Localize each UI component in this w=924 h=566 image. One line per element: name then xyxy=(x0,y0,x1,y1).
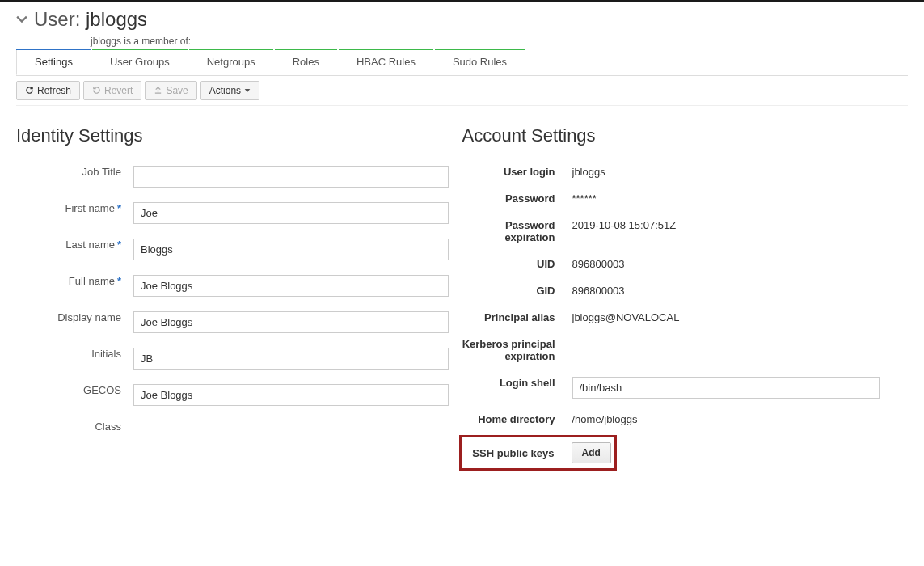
undo-icon xyxy=(92,86,101,96)
title-prefix: User: xyxy=(34,8,86,30)
refresh-button[interactable]: Refresh xyxy=(16,81,80,100)
input-last-name[interactable] xyxy=(133,239,449,260)
label-ssh-public-keys: SSH public keys xyxy=(462,447,567,459)
label-password-expiration: Password expiration xyxy=(462,214,567,243)
label-class: Class xyxy=(16,416,133,433)
upload-icon xyxy=(154,86,162,96)
value-password-expiration: 2019-10-08 15:07:51Z xyxy=(567,214,909,231)
save-button[interactable]: Save xyxy=(145,81,196,100)
tab-sudo-rules[interactable]: Sudo Rules xyxy=(434,49,525,75)
label-initials: Initials xyxy=(16,343,133,360)
value-gid: 896800003 xyxy=(567,280,909,297)
tab-netgroups[interactable]: Netgroups xyxy=(188,49,274,75)
revert-button[interactable]: Revert xyxy=(83,81,141,100)
input-gecos[interactable] xyxy=(133,384,449,406)
account-section-title: Account Settings xyxy=(462,125,909,146)
label-first-name: First name* xyxy=(16,197,133,214)
identity-section-title: Identity Settings xyxy=(16,125,462,146)
label-uid: UID xyxy=(462,253,567,270)
label-full-name: Full name* xyxy=(16,270,133,287)
value-uid: 896800003 xyxy=(567,253,909,270)
label-gecos: GECOS xyxy=(16,379,133,396)
page-title: User: jbloggs xyxy=(34,8,147,31)
label-home-directory: Home directory xyxy=(462,408,567,425)
label-password: Password xyxy=(462,188,567,205)
ssh-keys-highlight: SSH public keys Add xyxy=(459,435,617,471)
tab-roles[interactable]: Roles xyxy=(274,49,338,75)
tabs: Settings User Groups Netgroups Roles HBA… xyxy=(16,49,908,76)
input-job-title[interactable] xyxy=(133,166,449,188)
chevron-down-icon[interactable] xyxy=(16,11,27,28)
input-login-shell[interactable] xyxy=(572,377,880,399)
title-username: jbloggs xyxy=(86,8,147,30)
value-home-directory: /home/jbloggs xyxy=(567,408,909,425)
tab-settings[interactable]: Settings xyxy=(16,49,91,75)
toolbar: Refresh Revert Save Actions xyxy=(16,76,908,106)
value-class xyxy=(133,416,462,420)
label-kerberos-expiration: Kerberos principal expiration xyxy=(462,333,567,362)
input-display-name[interactable] xyxy=(133,311,449,333)
label-principal-alias: Principal alias xyxy=(462,306,567,323)
label-display-name: Display name xyxy=(16,306,133,323)
value-principal-alias: jbloggs@NOVALOCAL xyxy=(567,306,909,323)
refresh-icon xyxy=(25,86,34,96)
label-login-shell: Login shell xyxy=(462,372,567,389)
value-kerberos-expiration xyxy=(567,333,909,338)
caret-down-icon xyxy=(244,86,251,95)
member-of-text: jbloggs is a member of: xyxy=(16,36,908,47)
page-header: User: jbloggs xyxy=(16,2,908,36)
input-first-name[interactable] xyxy=(133,202,449,224)
actions-dropdown[interactable]: Actions xyxy=(200,81,259,100)
tab-hbac-rules[interactable]: HBAC Rules xyxy=(338,49,434,75)
input-full-name[interactable] xyxy=(133,275,449,297)
input-initials[interactable] xyxy=(133,348,449,370)
label-job-title: Job Title xyxy=(16,161,133,178)
tab-user-groups[interactable]: User Groups xyxy=(91,49,188,75)
label-last-name: Last name* xyxy=(16,234,133,251)
value-password: ****** xyxy=(567,188,909,205)
label-user-login: User login xyxy=(462,161,567,178)
add-ssh-key-button[interactable]: Add xyxy=(572,442,611,463)
value-user-login: jbloggs xyxy=(567,161,909,178)
label-gid: GID xyxy=(462,280,567,297)
